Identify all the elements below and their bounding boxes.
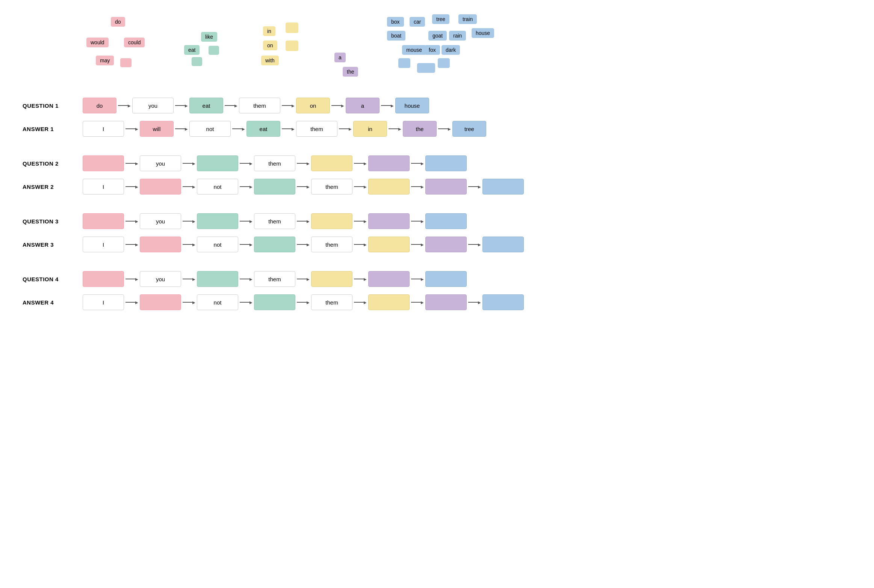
scatter-like[interactable]: like xyxy=(201,32,217,42)
q3-word-2[interactable]: you xyxy=(140,213,181,229)
scatter-the[interactable]: the xyxy=(343,67,358,77)
a2-word-8[interactable] xyxy=(482,179,524,194)
scatter-fox[interactable]: fox xyxy=(425,45,440,55)
q4-word-6[interactable] xyxy=(368,271,410,287)
q3-word-3[interactable] xyxy=(197,213,238,229)
a4-word-2[interactable] xyxy=(140,294,181,310)
a3-arrow-5 xyxy=(354,243,367,247)
a3-word-5[interactable]: them xyxy=(311,237,352,252)
a2-word-7[interactable] xyxy=(425,179,467,194)
answer-1-chain: I will not eat them in the tree xyxy=(83,121,486,137)
scatter-box[interactable]: box xyxy=(387,17,404,27)
a4-word-4[interactable] xyxy=(254,294,295,310)
q2-word-3[interactable] xyxy=(197,155,238,171)
q4-word-1[interactable] xyxy=(83,271,124,287)
q4-word-7[interactable] xyxy=(425,271,467,287)
q2-word-7[interactable] xyxy=(425,155,467,171)
scatter-boat[interactable]: boat xyxy=(387,31,405,41)
a3-word-2[interactable] xyxy=(140,237,181,252)
question-2-chain: you them xyxy=(83,155,467,171)
scatter-dark[interactable]: dark xyxy=(442,45,460,55)
a1-word-3[interactable]: not xyxy=(189,121,231,137)
a3-word-7[interactable] xyxy=(425,237,467,252)
scatter-tree[interactable]: tree xyxy=(432,14,449,24)
a1-word-2[interactable]: will xyxy=(140,121,174,137)
q1-word-7[interactable]: house xyxy=(395,98,429,113)
q3-word-7[interactable] xyxy=(425,213,467,229)
q3-word-4[interactable]: them xyxy=(254,213,295,229)
q4-word-2[interactable]: you xyxy=(140,271,181,287)
q3-word-6[interactable] xyxy=(368,213,410,229)
a3-arrow-6 xyxy=(411,243,424,247)
scatter-could[interactable]: could xyxy=(124,38,145,47)
a4-word-3[interactable]: not xyxy=(197,294,238,310)
scatter-may[interactable]: may xyxy=(96,56,114,65)
a1-word-7[interactable]: the xyxy=(403,121,437,137)
a3-word-6[interactable] xyxy=(368,237,410,252)
q1-word-5[interactable]: on xyxy=(296,98,330,113)
a4-word-6[interactable] xyxy=(368,294,410,310)
q1-word-2[interactable]: you xyxy=(132,98,174,113)
scatter-would[interactable]: would xyxy=(86,38,109,47)
q4-word-3[interactable] xyxy=(197,271,238,287)
a1-arrow-1 xyxy=(126,127,138,131)
a2-word-5[interactable]: them xyxy=(311,179,352,194)
a4-word-7[interactable] xyxy=(425,294,467,310)
scatter-do[interactable]: do xyxy=(111,17,125,27)
scatter-eat[interactable]: eat xyxy=(184,45,200,55)
q2-arrow-4 xyxy=(297,161,310,166)
a4-arrow-6 xyxy=(411,300,424,305)
q4-word-4[interactable]: them xyxy=(254,271,295,287)
q1-word-6[interactable]: a xyxy=(346,98,380,113)
a2-word-4[interactable] xyxy=(254,179,295,194)
a4-arrow-1 xyxy=(126,300,138,305)
a4-word-8[interactable] xyxy=(482,294,524,310)
q4-word-5[interactable] xyxy=(311,271,352,287)
a1-word-6[interactable]: in xyxy=(353,121,387,137)
scatter-house[interactable]: house xyxy=(472,28,494,38)
q2-word-2[interactable]: you xyxy=(140,155,181,171)
a1-word-4[interactable]: eat xyxy=(246,121,280,137)
a2-word-1[interactable]: I xyxy=(83,179,124,194)
a3-word-3[interactable]: not xyxy=(197,237,238,252)
q1-arrow-4 xyxy=(282,104,295,108)
a2-word-2[interactable] xyxy=(140,179,181,194)
a1-word-1[interactable]: I xyxy=(83,121,124,137)
scatter-on[interactable]: on xyxy=(263,41,277,50)
a4-word-1[interactable]: I xyxy=(83,294,124,310)
question-row-4: QUESTION 4 you them xyxy=(23,271,851,287)
sentence-group-4: QUESTION 4 you them xyxy=(23,271,851,310)
a3-word-1[interactable]: I xyxy=(83,237,124,252)
question-row-2: QUESTION 2 you them xyxy=(23,155,851,171)
scatter-a[interactable]: a xyxy=(334,53,346,62)
sentences-area: QUESTION 1 do you eat them on a house xyxy=(0,90,874,336)
q2-word-6[interactable] xyxy=(368,155,410,171)
q2-word-4[interactable]: them xyxy=(254,155,295,171)
q3-word-1[interactable] xyxy=(83,213,124,229)
scatter-mouse[interactable]: mouse xyxy=(402,45,426,55)
scatter-in[interactable]: in xyxy=(263,26,275,36)
a4-word-5[interactable]: them xyxy=(311,294,352,310)
q3-arrow-2 xyxy=(183,219,195,223)
scatter-blue-empty3 xyxy=(438,58,450,68)
a1-word-8[interactable]: tree xyxy=(452,121,486,137)
q1-word-3[interactable]: eat xyxy=(189,98,223,113)
a3-word-8[interactable] xyxy=(482,237,524,252)
q4-arrow-5 xyxy=(354,277,367,281)
q1-word-4[interactable]: them xyxy=(239,98,280,113)
q1-word-1[interactable]: do xyxy=(83,98,116,113)
scatter-rain[interactable]: rain xyxy=(449,31,466,41)
a3-word-4[interactable] xyxy=(254,237,295,252)
scatter-car[interactable]: car xyxy=(410,17,425,27)
q3-word-5[interactable] xyxy=(311,213,352,229)
q2-word-5[interactable] xyxy=(311,155,352,171)
a2-word-3[interactable]: not xyxy=(197,179,238,194)
q2-word-1[interactable] xyxy=(83,155,124,171)
scatter-goat[interactable]: goat xyxy=(428,31,447,41)
scatter-train[interactable]: train xyxy=(458,14,477,24)
a2-word-6[interactable] xyxy=(368,179,410,194)
scatter-teal-empty2 xyxy=(192,57,202,66)
page: do would could may like eat in on with a… xyxy=(0,0,874,588)
a1-word-5[interactable]: them xyxy=(296,121,337,137)
scatter-with[interactable]: with xyxy=(261,56,279,65)
